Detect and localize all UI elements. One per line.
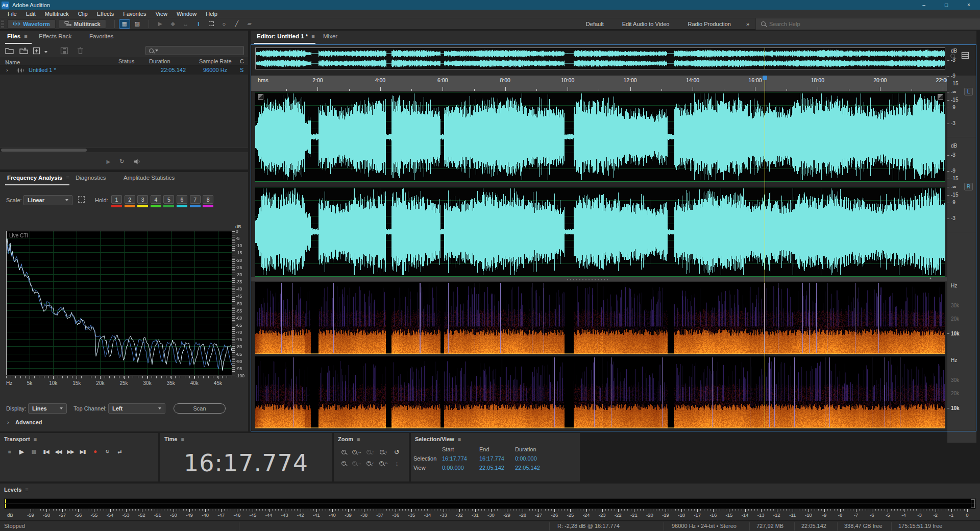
time-display[interactable]: 16:17.774	[160, 449, 332, 477]
preview-autoplay-speaker-icon[interactable]	[133, 158, 141, 165]
clip-indicator[interactable]	[971, 499, 975, 508]
spectral-display-icon[interactable]: ▨	[132, 19, 143, 29]
hold-button-5[interactable]: 5	[163, 195, 174, 204]
menu-clip[interactable]: Clip	[74, 10, 92, 18]
scan-button[interactable]: Scan	[174, 403, 226, 414]
zoom-out-button[interactable]: −	[337, 457, 350, 469]
zoom-in-right-edge-button[interactable]: +›	[377, 446, 390, 457]
levels-meter[interactable]	[4, 498, 976, 509]
workspace-radio-production-button[interactable]: Radio Production	[678, 21, 740, 27]
advanced-expander[interactable]: Advanced	[15, 419, 42, 425]
panel-menu-icon[interactable]: ≡	[25, 487, 28, 493]
razor-tool-icon[interactable]: ◆	[167, 19, 179, 29]
column-sample-rate[interactable]: Sample Rate	[199, 58, 232, 64]
zoom-in-vertical-button[interactable]: +↕	[363, 446, 377, 457]
record-button[interactable]: ●	[89, 446, 101, 456]
spectral-left-channel[interactable]	[255, 282, 945, 354]
spectral-right-channel[interactable]	[255, 356, 945, 428]
skip-to-previous-button[interactable]: ▮◀	[40, 446, 52, 456]
advanced-chevron-icon[interactable]: ›	[7, 419, 9, 425]
maximize-button[interactable]: □	[935, 0, 958, 10]
spot-healing-brush-tool-icon[interactable]: ▰	[244, 19, 255, 29]
close-button[interactable]: ×	[958, 0, 980, 10]
panel-menu-icon[interactable]: ≡	[24, 33, 27, 39]
waveform-left-channel[interactable]	[255, 92, 945, 182]
tab-favorites[interactable]: Favorites	[89, 33, 113, 39]
waveform-right-channel[interactable]	[255, 187, 945, 277]
top-channel-dropdown[interactable]: Left	[108, 403, 165, 414]
scale-dropdown[interactable]: Linear	[23, 195, 72, 205]
loop-playback-button[interactable]: ↻	[101, 446, 113, 456]
menu-favorites[interactable]: Favorites	[118, 10, 151, 18]
frequency-analysis-graph[interactable]	[6, 231, 232, 375]
waveform-mode-button[interactable]: Waveform	[7, 19, 56, 29]
hold-button-7[interactable]: 7	[190, 195, 201, 204]
skip-selection-button[interactable]: ⇄	[113, 446, 126, 456]
channel-badge-r[interactable]: R	[964, 183, 973, 190]
zoom-in-horizontal-button[interactable]: +↔	[350, 446, 363, 457]
rewind-button[interactable]: ◀◀	[52, 446, 64, 456]
help-search-box[interactable]	[755, 18, 980, 30]
files-horizontal-scrollbar[interactable]	[0, 148, 248, 152]
column-channels[interactable]: C	[240, 58, 244, 64]
stop-button[interactable]: ■	[3, 446, 15, 456]
fade-out-handle[interactable]	[938, 94, 943, 100]
menu-effects[interactable]: Effects	[92, 10, 118, 18]
snapshot-icon[interactable]	[78, 196, 85, 203]
waveform-spectral-divider[interactable]: ▴	[251, 277, 947, 282]
scrollbar-thumb[interactable]	[1, 149, 87, 152]
lasso-selection-tool-icon[interactable]: ○	[218, 19, 230, 29]
vertical-scale-column[interactable]: dB-3-9-15-∞-15-9-3LdB-3-9-15-∞-15-9-3RHz…	[947, 76, 976, 443]
preview-loop-icon[interactable]: ↻	[119, 158, 124, 165]
playhead-line[interactable]	[765, 80, 765, 428]
overview-playhead[interactable]	[765, 47, 765, 69]
file-row[interactable]: › Untitled 1 * 22:05.142 96000 Hz S	[0, 66, 248, 75]
open-file-icon[interactable]	[5, 47, 14, 55]
timeline-ruler[interactable]: hms2:004:006:008:0010:0012:0014:0016:001…	[251, 76, 947, 91]
display-mode-icon[interactable]	[961, 52, 969, 59]
playhead-marker[interactable]	[763, 76, 767, 80]
hold-button-4[interactable]: 4	[151, 195, 161, 204]
import-file-icon[interactable]	[19, 47, 28, 55]
zoom-selection-button[interactable]: +‹›	[377, 457, 390, 469]
zoom-out-full-button[interactable]: −↔	[350, 457, 363, 469]
new-file-caret-icon[interactable]	[44, 51, 47, 53]
skip-to-next-button[interactable]: ▶▮	[77, 446, 89, 456]
tab-amplitude-statistics[interactable]: Amplitude Statistics	[124, 175, 175, 181]
files-list-area[interactable]	[0, 75, 248, 147]
multitrack-mode-button[interactable]: Multitrack	[59, 19, 106, 29]
zoom-vertical-reset-button[interactable]: ↕	[390, 457, 403, 469]
paintbrush-selection-tool-icon[interactable]: ╱	[231, 19, 242, 29]
tab-editor[interactable]: Editor: Untitled 1 *≡	[257, 33, 315, 39]
panel-menu-icon[interactable]: ≡	[181, 436, 184, 442]
minimize-button[interactable]: –	[913, 0, 935, 10]
panel-menu-icon[interactable]: ≡	[66, 175, 69, 181]
menu-multitrack[interactable]: Multitrack	[40, 10, 74, 18]
workspace-default-button[interactable]: Default	[577, 21, 613, 27]
tab-frequency-analysis[interactable]: Frequency Analysis≡	[7, 175, 69, 181]
workspace-overflow-button[interactable]: »	[740, 21, 755, 27]
hold-button-6[interactable]: 6	[177, 195, 187, 204]
menu-edit[interactable]: Edit	[21, 10, 40, 18]
time-selection-tool-icon[interactable]: I	[193, 19, 204, 29]
move-tool-icon[interactable]: ▶	[155, 19, 166, 29]
zoom-reset-button[interactable]: ↺	[390, 446, 403, 457]
menu-view[interactable]: View	[151, 10, 172, 18]
files-search-box[interactable]	[145, 46, 244, 55]
tab-files[interactable]: Files≡	[7, 33, 28, 39]
menu-file[interactable]: File	[3, 10, 21, 18]
help-search-input[interactable]	[769, 21, 953, 27]
waveform-display-icon[interactable]: ▦	[119, 19, 130, 29]
marquee-selection-tool-icon[interactable]	[206, 19, 217, 29]
panel-menu-icon[interactable]: ≡	[311, 33, 314, 39]
slip-tool-icon[interactable]: ↔	[180, 19, 191, 29]
workspace-edit-audio-to-video-button[interactable]: Edit Audio to Video	[613, 21, 679, 27]
column-duration[interactable]: Duration	[149, 58, 170, 64]
file-name[interactable]: Untitled 1 *	[29, 67, 56, 73]
menu-window[interactable]: Window	[172, 10, 201, 18]
new-file-icon[interactable]	[33, 47, 40, 55]
channel-badge-l[interactable]: L	[964, 88, 973, 95]
pause-button[interactable]: ▮▮	[28, 446, 40, 456]
fade-in-handle[interactable]	[258, 94, 263, 100]
column-status[interactable]: Status	[118, 58, 134, 64]
